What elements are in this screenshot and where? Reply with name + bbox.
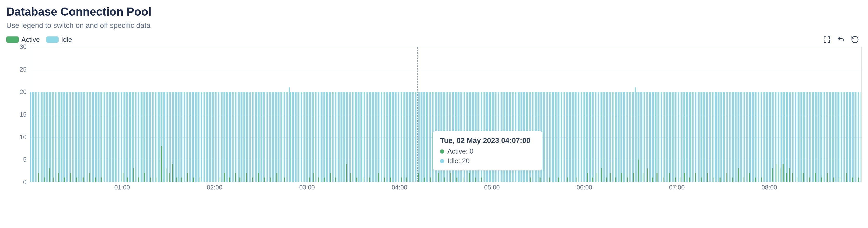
legend-item-idle[interactable]: Idle [46,36,72,44]
chart-subtitle: Use legend to switch on and off specific… [6,21,862,30]
legend-item-active[interactable]: Active [6,36,40,44]
plot-area[interactable]: Tue, 02 May 2023 04:07:00 Active: 0 Idle… [30,47,862,182]
tooltip-dot-idle [440,159,444,163]
legend-toolbar-row: Active Idle [6,35,862,44]
legend-label-active: Active [21,36,40,44]
tooltip: Tue, 02 May 2023 04:07:00 Active: 0 Idle… [433,131,542,170]
fullscreen-icon[interactable] [822,35,832,44]
legend-label-idle: Idle [61,36,72,44]
x-tick-label: 04:00 [392,184,407,191]
x-tick-label: 02:00 [207,184,222,191]
chart-area: 051015202530 Tue, 02 May 2023 04:07:00 A… [6,47,862,194]
x-tick-label: 06:00 [577,184,592,191]
y-tick-label: 10 [20,133,27,141]
x-tick-label: 07:00 [669,184,685,191]
tooltip-value-active: Active: 0 [447,147,473,155]
y-tick-label: 15 [20,111,27,118]
legend: Active Idle [6,36,72,44]
y-tick-label: 20 [20,88,27,96]
tooltip-dot-active [440,150,444,154]
y-tick-label: 5 [23,156,27,163]
undo-zoom-icon[interactable] [836,35,846,44]
x-tick-label: 01:00 [114,184,130,191]
reset-icon[interactable] [850,35,860,44]
y-axis: 051015202530 [6,47,30,194]
x-tick-label: 05:00 [484,184,500,191]
chart-title: Database Connection Pool [6,5,862,18]
y-tick-label: 30 [20,43,27,51]
x-axis: 01:0002:0003:0004:0005:0006:0007:0008:00 [30,182,862,194]
y-tick-label: 0 [23,178,27,186]
y-tick-label: 25 [20,66,27,73]
tooltip-value-idle: Idle: 20 [447,157,469,165]
legend-swatch-idle [46,36,59,43]
x-tick-label: 03:00 [299,184,315,191]
tooltip-timestamp: Tue, 02 May 2023 04:07:00 [440,136,535,145]
chart-toolbar [822,35,862,44]
x-tick-label: 08:00 [762,184,777,191]
crosshair [417,47,418,182]
legend-swatch-active [6,36,19,43]
